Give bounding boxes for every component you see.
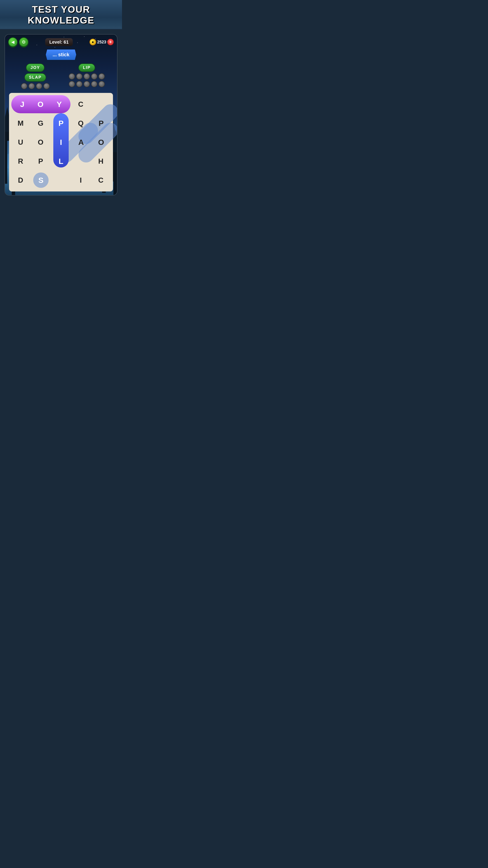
grid-letter: G [38,119,43,127]
grid-letter-l: L [59,157,64,166]
grid-letter-o3: O [98,138,104,147]
plus-icon: + [109,39,112,45]
grid-letter: Q [78,119,84,127]
header-title: TEST YOUR KNOWLEDGE [4,4,118,26]
dot [84,81,90,87]
dot [98,73,105,80]
grid-letter: H [98,157,103,165]
joy-highlight[interactable]: J O Y [11,95,70,113]
clue-ribbon: ... stick [46,50,76,60]
dot-row-right-2 [69,81,105,87]
clue-banner: ... stick [8,50,114,60]
grid-cell-c2[interactable]: C [92,171,110,189]
word-tag-lip: LIP [78,64,95,72]
grid-letter-p2: P [98,119,104,128]
dot [84,73,90,80]
grid-cell-c[interactable]: C [71,95,90,113]
grid-letter-i: I [60,138,62,147]
game-container: ◀ ⚙ Level: 61 ● 2523 + [4,34,118,195]
coin-count: 2523 [97,40,106,44]
grid-cell-j: J [20,100,24,109]
grid-cell-d[interactable]: D [11,171,30,189]
grid-letter-s: S [38,176,43,185]
settings-button[interactable]: ⚙ [19,37,29,47]
header-banner: TEST YOUR KNOWLEDGE [0,0,122,30]
word-joy: JOY [31,65,40,70]
back-icon: ◀ [11,39,14,44]
word-tag-joy: JOY [26,64,44,72]
grid-letter: P [38,157,43,165]
grid-cell-m[interactable]: M [11,114,30,132]
gear-icon: ⚙ [22,39,26,45]
letter-grid-container: J O Y C M G [9,93,113,191]
dot [69,73,75,80]
nav-buttons: ◀ ⚙ [8,37,29,47]
grid-letter-a: A [78,138,84,147]
dot [21,83,27,89]
grid-cell-o: O [37,100,43,109]
grid-cell-p3[interactable]: P [31,152,50,170]
back-button[interactable]: ◀ [8,37,18,47]
dot [91,73,97,80]
word-lip: LIP [83,65,91,70]
dot [69,81,75,87]
grid-letter: C [78,100,84,108]
grid-letter: I [80,176,82,184]
dot [91,81,97,87]
word-col-right: LIP [62,64,111,89]
grid-cell-u[interactable]: U [11,133,30,151]
dot [98,81,105,87]
grid-cell-r[interactable]: R [11,152,30,170]
top-bar: ◀ ⚙ Level: 61 ● 2523 + [8,37,114,47]
grid-letter: D [18,176,23,184]
grid-cell-empty-r4c2[interactable] [52,171,70,189]
level-badge: Level: 61 [45,38,73,46]
dot [76,81,83,87]
dot [76,73,83,80]
grid-cell-g[interactable]: G [31,114,50,132]
word-slap: SLAP [29,75,41,80]
word-slots: JOY SLAP LIP [10,64,111,89]
grid-cell-y: Y [57,100,62,109]
coin-symbol: ● [92,40,94,44]
coins-area: ● 2523 + [90,39,114,45]
dot [43,83,50,89]
grid-cell-s-diag[interactable]: S [31,171,51,189]
dot [36,83,42,89]
grid-letter: U [18,138,23,147]
grid-letter-p: P [59,119,64,128]
add-coins-button[interactable]: + [107,39,114,45]
grid-cell-o-diag[interactable]: O [92,133,111,151]
dot-row-right-1 [69,73,105,80]
grid-letter: C [98,176,103,184]
game-inner: ◀ ⚙ Level: 61 ● 2523 + [5,35,117,195]
grid-letter: M [18,119,24,127]
word-tag-slap: SLAP [24,73,46,82]
grid-cell-p-blue-top[interactable]: P [52,114,71,132]
level-text: Level: 61 [49,39,69,44]
grid-cell-i2[interactable]: I [71,171,90,189]
grid-cell-o2[interactable]: O [31,133,50,151]
clue-text: ... stick [53,52,70,57]
word-col-left: JOY SLAP [10,64,60,89]
grid-letter: O [38,138,43,147]
dot [29,83,35,89]
coin-icon: ● [90,39,96,45]
grid-letter: R [18,157,23,165]
dot-row-left [21,83,50,89]
